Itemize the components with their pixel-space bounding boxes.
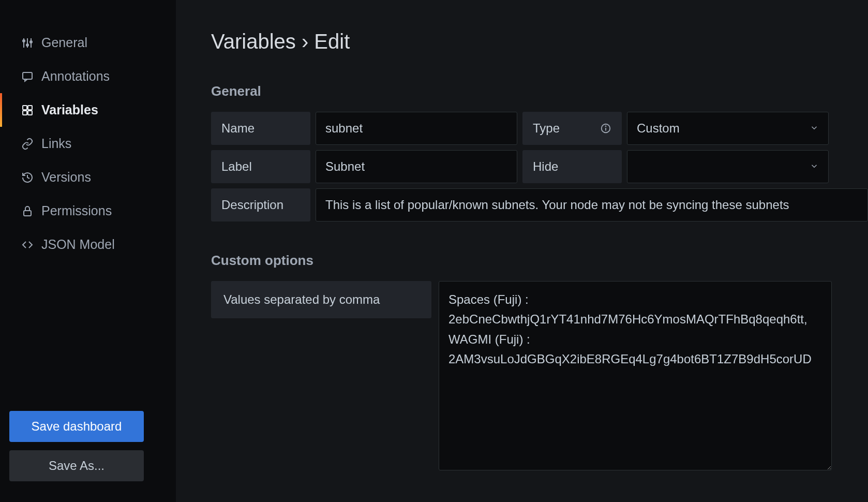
- save-as-button[interactable]: Save As...: [9, 450, 144, 481]
- sidebar-item-label: Permissions: [41, 203, 112, 218]
- sidebar-nav: General Annotations Variables Links Vers: [0, 26, 176, 406]
- sidebar-item-permissions[interactable]: Permissions: [0, 194, 176, 228]
- sidebar-item-variables[interactable]: Variables: [0, 93, 176, 127]
- sidebar-item-general[interactable]: General: [0, 26, 176, 60]
- svg-point-14: [606, 126, 606, 126]
- svg-rect-7: [23, 106, 27, 110]
- svg-rect-9: [23, 111, 27, 115]
- hide-label-text: Hide: [533, 159, 558, 174]
- custom-options-row: Values separated by comma: [211, 281, 868, 470]
- info-icon[interactable]: [600, 123, 611, 134]
- type-select[interactable]: Custom: [627, 112, 829, 145]
- page-title: Variables › Edit: [211, 30, 868, 53]
- variables-icon: [21, 104, 34, 117]
- label-label: Label: [211, 150, 310, 183]
- main-panel: Variables › Edit General Name Type Custo…: [176, 0, 868, 502]
- link-icon: [21, 137, 34, 151]
- sidebar-item-versions[interactable]: Versions: [0, 160, 176, 194]
- custom-options-heading: Custom options: [211, 253, 868, 269]
- sidebar-item-links[interactable]: Links: [0, 127, 176, 160]
- comment-icon: [21, 70, 34, 83]
- description-input[interactable]: [316, 188, 868, 222]
- sidebar-item-label: Versions: [41, 170, 91, 185]
- form-row-description: Description: [211, 188, 868, 222]
- sidebar-item-label: General: [41, 35, 87, 50]
- hide-select[interactable]: [627, 150, 829, 183]
- type-select-value: Custom: [637, 121, 680, 136]
- general-heading: General: [211, 83, 868, 99]
- lock-icon: [21, 204, 34, 218]
- sliders-icon: [21, 36, 34, 50]
- chevron-down-icon: [810, 159, 819, 174]
- svg-rect-6: [23, 72, 32, 79]
- form-row-label-hide: Label Hide: [211, 150, 868, 183]
- values-label: Values separated by comma: [211, 281, 431, 318]
- sidebar-item-label: Links: [41, 136, 71, 151]
- name-input[interactable]: [316, 112, 517, 145]
- sidebar-item-annotations[interactable]: Annotations: [0, 60, 176, 93]
- type-label: Type: [522, 112, 622, 145]
- svg-rect-10: [28, 111, 32, 115]
- svg-rect-11: [24, 211, 31, 216]
- save-dashboard-button[interactable]: Save dashboard: [9, 411, 144, 442]
- sidebar-item-json-model[interactable]: JSON Model: [0, 228, 176, 261]
- chevron-down-icon: [810, 121, 819, 136]
- sidebar-item-label: JSON Model: [41, 237, 115, 252]
- type-label-text: Type: [533, 121, 560, 136]
- sidebar-item-label: Annotations: [41, 69, 110, 84]
- general-form: Name Type Custom Label Hide: [211, 112, 868, 222]
- hide-label: Hide: [522, 150, 622, 183]
- history-icon: [21, 171, 34, 184]
- label-input[interactable]: [316, 150, 517, 183]
- settings-sidebar: General Annotations Variables Links Vers: [0, 0, 176, 502]
- name-label: Name: [211, 112, 310, 145]
- sidebar-buttons: Save dashboard Save As...: [0, 406, 176, 502]
- values-textarea[interactable]: [439, 281, 832, 470]
- description-label: Description: [211, 188, 310, 222]
- code-icon: [21, 238, 34, 252]
- svg-rect-8: [28, 106, 32, 110]
- sidebar-item-label: Variables: [41, 102, 98, 117]
- form-row-name-type: Name Type Custom: [211, 112, 868, 145]
